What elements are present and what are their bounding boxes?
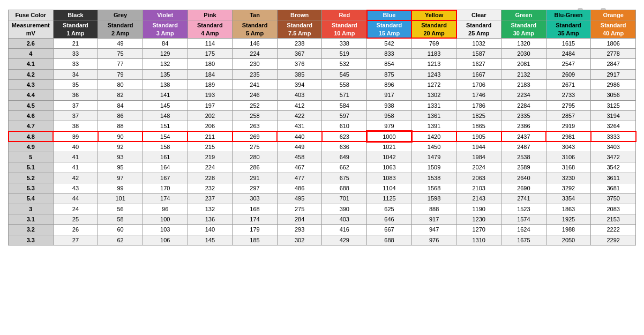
data-cell: 1272	[411, 80, 456, 90]
data-cell: 33	[53, 59, 98, 69]
data-cell: 2981	[546, 131, 591, 142]
data-cell: 136	[188, 214, 233, 224]
data-cell: 1944	[456, 142, 501, 152]
data-cell: 39	[53, 131, 98, 142]
data-cell: 545	[322, 69, 367, 79]
data-cell: 3168	[546, 162, 591, 173]
data-cell: 542	[367, 38, 412, 48]
mv-cell: 3.1	[9, 214, 54, 224]
data-cell: 95	[98, 162, 143, 173]
data-cell: 2986	[591, 80, 636, 90]
data-cell: 145	[188, 235, 233, 245]
data-cell: 132	[143, 59, 188, 69]
data-cell: 1863	[546, 204, 591, 214]
color-header-row: Fuse ColorBlackGreyVioletPinkTanBrownRed…	[9, 10, 636, 20]
data-cell: 93	[98, 152, 143, 162]
data-cell: 979	[367, 121, 412, 131]
data-cell: 2609	[546, 69, 591, 79]
col-header-fuse: Fuse Color	[9, 10, 54, 20]
data-cell: 62	[98, 235, 143, 245]
data-cell: 486	[277, 183, 322, 193]
data-cell: 3264	[591, 121, 636, 131]
data-cell: 34	[53, 69, 98, 79]
data-cell: 667	[367, 225, 412, 235]
data-cell: 27	[53, 235, 98, 245]
data-cell: 649	[322, 152, 367, 162]
data-cell: 1568	[411, 183, 456, 193]
data-cell: 1083	[367, 173, 412, 183]
data-cell: 3056	[591, 90, 636, 100]
table-row: 4.53784145197252412584938133117862284279…	[9, 100, 636, 110]
data-cell: 403	[322, 214, 367, 224]
data-cell: 662	[322, 162, 367, 173]
data-cell: 2234	[501, 90, 546, 100]
data-cell: 1925	[546, 214, 591, 224]
data-cell: 43	[53, 183, 98, 193]
data-cell: 1000	[367, 131, 412, 142]
data-cell: 79	[98, 69, 143, 79]
data-cell: 1675	[501, 235, 546, 245]
data-cell: 252	[233, 100, 278, 110]
data-cell: 1420	[411, 131, 456, 142]
data-cell: 103	[143, 225, 188, 235]
data-cell: 80	[98, 80, 143, 90]
col-header-violet: Violet	[143, 10, 188, 20]
data-cell: 230	[233, 59, 278, 69]
table-row: 4.43682141193246403571917130217462234273…	[9, 90, 636, 100]
table-row: 4.94092158215275449636102114501944248730…	[9, 142, 636, 152]
data-cell: 1615	[546, 38, 591, 48]
data-cell: 1624	[501, 225, 546, 235]
mv-cell: 5	[9, 152, 54, 162]
data-cell: 1598	[411, 193, 456, 204]
data-cell: 1479	[411, 152, 456, 162]
data-cell: 1190	[456, 204, 501, 214]
data-cell: 224	[188, 162, 233, 173]
data-cell: 99	[98, 183, 143, 193]
data-cell: 367	[277, 49, 322, 59]
mv-cell: 4.8	[9, 131, 54, 142]
table-row: 5419316121928045864910421479198425383106…	[9, 152, 636, 162]
data-cell: 146	[233, 38, 278, 48]
data-cell: 164	[143, 162, 188, 173]
data-cell: 41	[53, 152, 98, 162]
data-cell: 114	[188, 38, 233, 48]
data-cell: 129	[143, 49, 188, 59]
data-cell: 303	[233, 193, 278, 204]
data-cell: 2547	[546, 59, 591, 69]
data-cell: 875	[367, 69, 412, 79]
data-cell: 2292	[591, 235, 636, 245]
data-cell: 3230	[546, 173, 591, 183]
data-cell: 896	[367, 80, 412, 90]
data-cell: 440	[277, 131, 322, 142]
data-cell: 232	[188, 183, 233, 193]
data-cell: 49	[98, 38, 143, 48]
data-cell: 175	[188, 49, 233, 59]
data-cell: 154	[143, 131, 188, 142]
data-cell: 1331	[411, 100, 456, 110]
data-cell: 422	[277, 110, 322, 121]
data-cell: 1125	[367, 193, 412, 204]
table-row: 3245696132168275390625888119015231863208…	[9, 204, 636, 214]
data-cell: 246	[233, 90, 278, 100]
col-subheader-blugreen: Standard35 Amp	[546, 20, 591, 39]
data-cell: 3472	[591, 152, 636, 162]
mv-cell: 4.5	[9, 100, 54, 110]
col-subheader-green: Standard30 Amp	[501, 20, 546, 39]
data-cell: 235	[233, 69, 278, 79]
data-cell: 3611	[591, 173, 636, 183]
data-cell: 833	[367, 49, 412, 59]
data-cell: 138	[143, 80, 188, 90]
col-subheader-red: Standard10 Amp	[322, 20, 367, 39]
data-cell: 84	[98, 100, 143, 110]
data-cell: 2143	[456, 193, 501, 204]
data-cell: 297	[233, 183, 278, 193]
amp-header-row: MeasurementmVStandard1 AmpStandard2 AmpS…	[9, 20, 636, 39]
data-cell: 180	[188, 59, 233, 69]
data-cell: 458	[277, 152, 322, 162]
data-cell: 25	[53, 214, 98, 224]
data-cell: 88	[98, 121, 143, 131]
col-subheader-violet: Standard3 Amp	[143, 20, 188, 39]
data-cell: 947	[411, 225, 456, 235]
data-cell: 238	[277, 38, 322, 48]
mv-cell: 4.6	[9, 110, 54, 121]
